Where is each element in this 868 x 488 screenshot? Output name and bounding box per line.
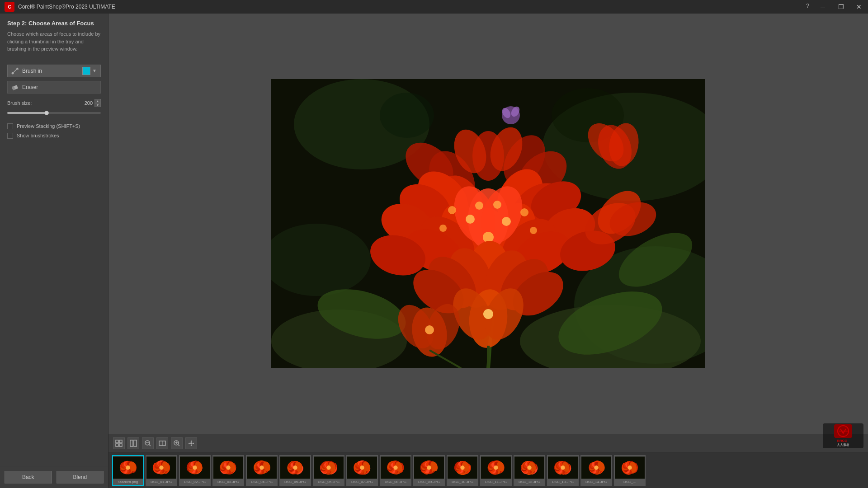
brush-size-spinner[interactable]: ▲ ▼	[94, 99, 101, 107]
thumbnail-label-6: DSC_06.JPG	[314, 479, 344, 484]
svg-point-315	[460, 465, 464, 469]
thumbnail-item-5[interactable]: DSC_05.JPG	[279, 455, 311, 486]
toolbar-fit-page-button[interactable]	[156, 437, 168, 449]
spin-down[interactable]: ▼	[94, 103, 101, 107]
svg-rect-83	[119, 444, 122, 446]
toolbar-fit-button[interactable]	[113, 437, 125, 449]
brush-in-icon	[11, 67, 19, 75]
svg-point-215	[293, 465, 297, 469]
svg-point-55	[530, 227, 537, 234]
thumbnail-item-9[interactable]: DSC_09.JPG	[413, 455, 445, 486]
eraser-label: Eraser	[22, 84, 97, 90]
thumbnail-label-4: DSC_04.JPG	[247, 479, 277, 484]
restore-button[interactable]: ❐	[832, 0, 850, 14]
svg-line-92	[178, 444, 180, 446]
thumbnail-label-14: DSC_14.JPG	[581, 479, 611, 484]
svg-point-12	[380, 93, 434, 138]
thumbnail-item-12[interactable]: DSC_12.JPG	[514, 455, 545, 486]
svg-point-54	[439, 225, 447, 232]
thumbnail-item-3[interactable]: DSC_03.JPG	[212, 455, 244, 486]
thumbnail-label-11: DSC_11.JPG	[481, 479, 511, 484]
brush-in-tool[interactable]: Brush in ▼	[7, 65, 101, 77]
show-brushstrokes-row[interactable]: Show brushstrokes	[7, 133, 101, 139]
thumbnail-item-1[interactable]: DSC_01.JPG	[146, 455, 177, 486]
thumbnail-image-9	[414, 456, 444, 479]
svg-point-195	[259, 465, 264, 469]
brush-size-value: 200	[75, 100, 93, 106]
eraser-tool[interactable]: Eraser	[7, 81, 101, 94]
show-brushstrokes-label: Show brushstrokes	[17, 133, 59, 138]
main-layout: Step 2: Choose Areas of Focus Choose whi…	[0, 14, 868, 488]
slider-track[interactable]	[7, 112, 101, 114]
app-logo: C	[5, 2, 14, 12]
logo-text: C	[8, 5, 11, 9]
thumbnail-image-1	[146, 456, 176, 479]
svg-point-1	[12, 72, 14, 74]
preview-stacking-row[interactable]: Preview Stacking (SHIFT+S)	[7, 123, 101, 129]
svg-line-87	[149, 444, 151, 446]
spin-up[interactable]: ▲	[94, 99, 101, 103]
thumbnail-item-4[interactable]: DSC_04.JPG	[246, 455, 278, 486]
thumbnail-label-12: DSC_12.JPG	[514, 479, 544, 484]
svg-point-53	[520, 208, 528, 216]
thumbnail-item-14[interactable]: DSC_14.JPG	[580, 455, 612, 486]
thumbnail-item-11[interactable]: DSC_11.JPG	[480, 455, 512, 486]
thumbnail-image-3	[213, 456, 243, 479]
svg-point-155	[193, 465, 197, 469]
slider-fill	[7, 112, 47, 114]
thumbnail-item-8[interactable]: DSC_08.JPG	[380, 455, 411, 486]
thumbnail-image-2	[180, 456, 210, 479]
thumbnail-image-4	[247, 456, 277, 479]
back-button[interactable]: Back	[5, 471, 52, 483]
image-container[interactable]	[271, 79, 705, 368]
thumbnail-item-10[interactable]: DSC_10.JPG	[447, 455, 478, 486]
thumbnail-label-9: DSC_09.JPG	[414, 479, 444, 484]
preview-stacking-checkbox[interactable]	[7, 123, 13, 129]
brush-color-dropdown[interactable]: ▼	[92, 68, 97, 73]
content-area: RRCG人人素材 Stacked.pngDSC_01	[108, 14, 868, 488]
help-button[interactable]: ?	[806, 2, 809, 9]
toolbar-zoom-in-button[interactable]	[171, 437, 183, 449]
thumbnail-item-15[interactable]: DSC_...	[614, 455, 646, 486]
bottom-buttons: Back Blend	[0, 466, 108, 488]
thumbnail-item-7[interactable]: DSC_07.JPG	[346, 455, 378, 486]
app-title: Corel® PaintShop®Pro 2023 ULTIMATE	[18, 4, 115, 10]
brush-size-slider[interactable]	[7, 110, 101, 116]
brush-color-swatch[interactable]	[82, 67, 90, 75]
svg-point-50	[475, 202, 483, 210]
thumbnail-label-8: DSC_08.JPG	[381, 479, 410, 484]
show-brushstrokes-checkbox[interactable]	[7, 133, 13, 139]
thumbnail-item-13[interactable]: DSC_13.JPG	[547, 455, 579, 486]
thumbnail-image-14	[581, 456, 611, 479]
titlebar: C Corel® PaintShop®Pro 2023 ULTIMATE ? ─…	[0, 0, 868, 14]
watermark-text: RRCG人人素材	[837, 439, 849, 447]
svg-rect-82	[116, 444, 118, 446]
thumbnail-label-1: DSC_01.JPG	[146, 479, 176, 484]
thumbnail-label-3: DSC_03.JPG	[213, 479, 243, 484]
thumbnail-item-2[interactable]: DSC_02.JPG	[179, 455, 211, 486]
eraser-icon	[11, 84, 19, 91]
thumbnail-image-11	[481, 456, 511, 479]
thumbnail-image-7	[347, 456, 377, 479]
toolbar-pan-button[interactable]	[185, 437, 197, 449]
watermark-logo	[834, 424, 852, 438]
slider-thumb[interactable]	[44, 111, 49, 115]
svg-point-335	[494, 465, 498, 469]
blend-button[interactable]: Blend	[57, 471, 104, 483]
watermark: RRCG人人素材	[823, 423, 863, 448]
thumbnail-label-7: DSC_07.JPG	[347, 479, 377, 484]
preview-area[interactable]	[108, 14, 868, 434]
thumbnail-image-6	[314, 456, 344, 479]
minimize-button[interactable]: ─	[814, 0, 832, 14]
thumbnail-label-10: DSC_10.JPG	[448, 479, 477, 484]
thumbnail-image-12	[514, 456, 544, 479]
toolbar-compare-button[interactable]	[127, 437, 139, 449]
thumbnail-item-0[interactable]: Stacked.png	[112, 455, 144, 486]
thumbnail-item-6[interactable]: DSC_06.JPG	[313, 455, 344, 486]
thumbnail-label-0: Stacked.png	[113, 479, 143, 484]
svg-point-175	[226, 465, 230, 469]
toolbar-zoom-out-button[interactable]	[142, 437, 154, 449]
close-button[interactable]: ✕	[850, 0, 868, 14]
svg-point-395	[594, 465, 598, 469]
svg-point-52	[448, 206, 456, 214]
